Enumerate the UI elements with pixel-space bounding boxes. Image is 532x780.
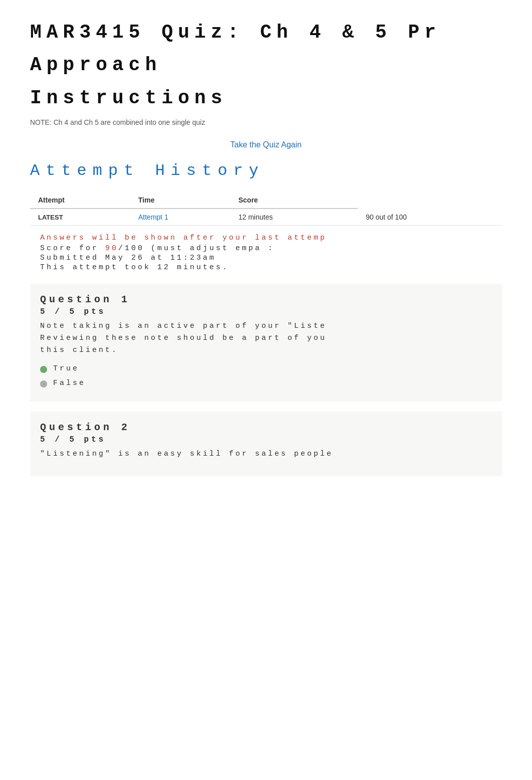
title-line3: Instructions xyxy=(30,86,502,110)
submission-info: Answers will be shown after your last at… xyxy=(30,234,502,272)
submitted-text: Submitted May 26 at 11:23am xyxy=(40,254,502,262)
attempt-link-cell[interactable]: Attempt 1 xyxy=(130,209,230,226)
answer-false-label: False xyxy=(53,379,86,387)
table-row: LATEST Attempt 1 12 minutes 90 out of 10… xyxy=(30,209,502,226)
radio-dot-true xyxy=(40,366,47,373)
answers-note: Answers will be shown after your last at… xyxy=(40,234,502,242)
attempt-table: Attempt Time Score LATEST Attempt 1 12 m… xyxy=(30,192,502,226)
answer-true-option: True xyxy=(40,364,492,373)
title-line2: Approach xyxy=(30,53,502,77)
col-time-header: Time xyxy=(130,192,230,209)
radio-dot-false xyxy=(40,380,47,387)
note-text: NOTE: Ch 4 and Ch 5 are combined into on… xyxy=(30,118,502,126)
question-2-text: "Listening" is an easy skill for sales p… xyxy=(40,448,492,460)
attempt-history-title: Attempt History xyxy=(30,161,502,180)
question-1-title: Question 1 xyxy=(40,294,492,305)
quiz-again-container: Take the Quiz Again xyxy=(30,138,502,151)
page-title: MAR3415 Quiz: Ch 4 & 5 Pr Approach Instr… xyxy=(30,20,502,110)
answer-true-label: True xyxy=(53,364,79,373)
take-quiz-again-button[interactable]: Take the Quiz Again xyxy=(226,138,306,151)
score-value: 90 xyxy=(105,244,118,253)
col-score-header: Score xyxy=(230,192,358,209)
question-2-pts: 5 / 5 pts xyxy=(40,435,492,444)
took-text: This attempt took 12 minutes. xyxy=(40,263,502,272)
latest-badge: LATEST xyxy=(30,209,130,226)
score-for-suffix: /100 (must adjust empa : xyxy=(118,244,275,253)
time-cell: 12 minutes xyxy=(230,209,358,226)
question-2-title: Question 2 xyxy=(40,422,492,433)
score-for: Score for 90/100 (must adjust empa : xyxy=(40,244,502,253)
question-1-section: Question 1 5 / 5 pts Note taking is an a… xyxy=(30,284,502,402)
question-1-text: Note taking is an active part of your "L… xyxy=(40,320,492,356)
attempt-link[interactable]: Attempt 1 xyxy=(138,213,168,221)
question-2-section: Question 2 5 / 5 pts "Listening" is an e… xyxy=(30,412,502,476)
answer-false-option: False xyxy=(40,379,492,387)
col-attempt-header: Attempt xyxy=(30,192,130,209)
score-for-label: Score for xyxy=(40,244,105,253)
question-1-pts: 5 / 5 pts xyxy=(40,307,492,316)
score-cell: 90 out of 100 xyxy=(358,209,502,226)
title-line1: MAR3415 Quiz: Ch 4 & 5 Pr xyxy=(30,20,502,45)
